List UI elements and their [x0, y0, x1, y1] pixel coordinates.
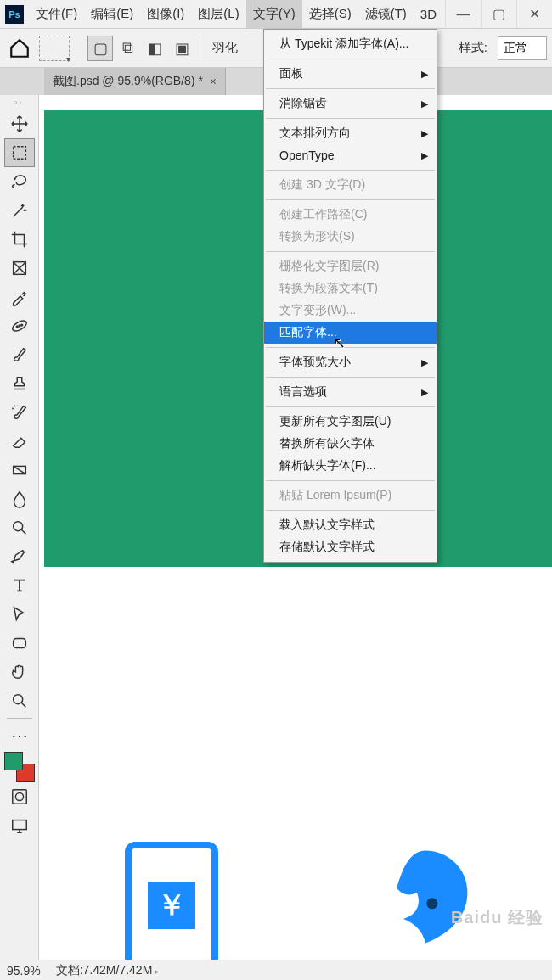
hand-tool[interactable] [4, 658, 35, 686]
svg-rect-0 [13, 147, 25, 160]
menu-item[interactable]: 语言选项▶ [264, 381, 437, 403]
crop-tool[interactable] [4, 225, 35, 254]
magic-wand-tool[interactable] [4, 196, 35, 225]
feather-label: 羽化 [212, 40, 238, 56]
style-label: 样式: [459, 40, 487, 56]
canvas-bottom-icons [44, 842, 552, 960]
status-docinfo[interactable]: 文档:7.42M/7.42M [56, 963, 159, 978]
submenu-arrow-icon: ▶ [421, 150, 428, 161]
document-tab[interactable]: 截图.psd @ 95.9%(RGB/8) * × [44, 68, 226, 95]
frame-tool[interactable] [4, 254, 35, 283]
menu-separator [266, 118, 435, 119]
fish-coin-icon [370, 842, 481, 952]
window-minimize-button[interactable]: — [445, 0, 481, 28]
mouse-cursor-icon: ↖ [333, 333, 346, 352]
type-menu-dropdown: 从 Typekit 添加字体(A)...面板▶消除锯齿▶文本排列方向▶OpenT… [263, 29, 437, 563]
pen-tool[interactable] [4, 542, 35, 571]
menu-item[interactable]: 消除锯齿▶ [264, 92, 437, 115]
svg-point-11 [15, 792, 23, 800]
menu-separator [266, 251, 435, 252]
submenu-arrow-icon: ▶ [421, 387, 428, 398]
menu-image[interactable]: 图像(I) [140, 0, 191, 28]
window-controls: — ▢ ✕ [445, 0, 552, 28]
menu-item: 文字变形(W)... [264, 300, 437, 322]
menu-item[interactable]: 匹配字体... [264, 322, 437, 344]
menu-separator [266, 59, 435, 59]
menu-item[interactable]: 存储默认文字样式 [264, 536, 437, 558]
menu-item[interactable]: 字体预览大小▶ [264, 351, 437, 373]
svg-point-5 [20, 324, 22, 326]
menu-item[interactable]: 替换所有缺欠字体 [264, 433, 437, 455]
lasso-tool[interactable] [4, 167, 35, 196]
svg-rect-10 [12, 790, 26, 804]
svg-point-13 [426, 898, 437, 909]
menu-item: 栅格化文字图层(R) [264, 255, 437, 277]
color-swatches[interactable] [4, 752, 35, 782]
submenu-arrow-icon: ▶ [421, 69, 428, 80]
move-tool[interactable] [4, 109, 35, 138]
type-tool[interactable] [4, 571, 35, 600]
menu-item[interactable]: 载入默认文字样式 [264, 514, 437, 536]
canvas-phone-card [95, 842, 248, 960]
menu-item[interactable]: 解析缺失字体(F)... [264, 455, 437, 477]
blur-tool[interactable] [4, 484, 35, 513]
document-tab-close-icon[interactable]: × [210, 75, 217, 88]
toolbar-grip-icon[interactable]: ›› [15, 98, 23, 106]
selection-subtract-icon[interactable]: ◧ [142, 36, 167, 61]
statusbar: 95.9% 文档:7.42M/7.42M [0, 960, 552, 980]
history-brush-tool[interactable] [4, 398, 35, 427]
style-select[interactable]: 正常 [498, 36, 547, 60]
foreground-color-swatch[interactable] [4, 752, 23, 770]
healing-brush-tool[interactable] [4, 311, 35, 340]
menu-edit[interactable]: 编辑(E) [84, 0, 140, 28]
menu-item[interactable]: 更新所有文字图层(U) [264, 411, 437, 433]
selection-mode-group: ▢ ⧉ ◧ ▣ [82, 36, 200, 61]
path-selection-tool[interactable] [4, 600, 35, 629]
menu-separator [266, 170, 435, 171]
menu-item[interactable]: OpenType▶ [264, 144, 437, 166]
home-icon[interactable] [5, 34, 34, 63]
menu-item[interactable]: 从 Typekit 添加字体(A)... [264, 33, 437, 55]
quickmask-icon[interactable] [4, 782, 35, 811]
tool-preset-picker[interactable] [39, 36, 70, 61]
status-zoom[interactable]: 95.9% [7, 964, 41, 977]
clone-stamp-tool[interactable] [4, 369, 35, 398]
menu-file[interactable]: 文件(F) [29, 0, 84, 28]
selection-intersect-icon[interactable]: ▣ [169, 36, 194, 61]
watermark: Baidu 经验 [451, 906, 544, 929]
gradient-tool[interactable] [4, 456, 35, 484]
menu-separator [266, 480, 435, 481]
canvas-fish-card [349, 842, 502, 960]
tools-panel: ›› ⋯ [0, 95, 39, 960]
selection-add-icon[interactable]: ⧉ [115, 36, 140, 61]
submenu-arrow-icon: ▶ [421, 98, 428, 109]
selection-new-icon[interactable]: ▢ [87, 36, 113, 61]
menu-filter[interactable]: 滤镜(T) [358, 0, 414, 28]
svg-point-4 [16, 326, 18, 328]
menu-type[interactable]: 文字(Y) [246, 0, 302, 28]
window-maximize-button[interactable]: ▢ [481, 0, 516, 28]
menu-item[interactable]: 面板▶ [264, 63, 437, 85]
shape-tool[interactable] [4, 629, 35, 658]
eyedropper-tool[interactable] [4, 283, 35, 311]
menu-item[interactable]: 文本排列方向▶ [264, 122, 437, 144]
eraser-tool[interactable] [4, 427, 35, 456]
menu-3d[interactable]: 3D [414, 0, 443, 28]
menu-layer[interactable]: 图层(L) [191, 0, 245, 28]
menu-select[interactable]: 选择(S) [302, 0, 358, 28]
dodge-tool[interactable] [4, 513, 35, 542]
brush-tool[interactable] [4, 340, 35, 369]
app-logo: Ps [0, 0, 29, 28]
menu-item: 创建 3D 文字(D) [264, 174, 437, 196]
document-tab-title: 截图.psd @ 95.9%(RGB/8) * [53, 74, 203, 89]
screenmode-icon[interactable] [4, 811, 35, 840]
edit-toolbar-button[interactable]: ⋯ [4, 721, 35, 750]
menu-separator [266, 377, 435, 378]
zoom-tool[interactable] [4, 686, 35, 715]
window-close-button[interactable]: ✕ [516, 0, 552, 28]
svg-point-3 [19, 325, 20, 327]
svg-point-9 [13, 695, 22, 704]
titlebar: Ps 文件(F) 编辑(E) 图像(I) 图层(L) 文字(Y) 选择(S) 滤… [0, 0, 552, 29]
phone-yen-icon [125, 842, 218, 960]
marquee-tool[interactable] [4, 138, 35, 167]
